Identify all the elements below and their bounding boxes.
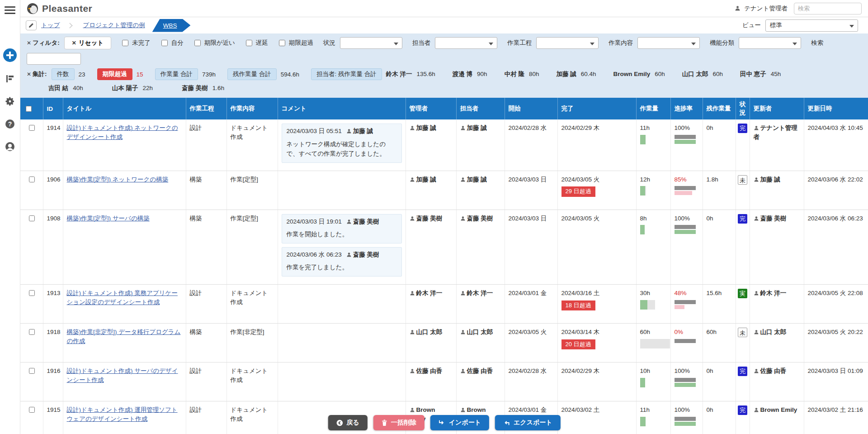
col-finish[interactable]: 完了 (557, 98, 636, 119)
breadcrumb-link-project[interactable]: プロジェクト管理の例 (83, 21, 145, 29)
checkbox[interactable] (194, 40, 201, 46)
col-manager[interactable]: 管理者 (406, 98, 456, 119)
owner-total: 斎藤 美樹1.6h (182, 84, 224, 92)
edit-pencil-icon[interactable] (26, 20, 37, 30)
owner-total: 中村 隆80h (505, 71, 539, 77)
row-checkbox[interactable] (29, 368, 35, 374)
row-work: 11h (636, 401, 670, 434)
export-button[interactable]: エクスポート (495, 415, 561, 430)
filter-checkbox-own[interactable]: 自分 (160, 38, 184, 48)
checkbox[interactable] (161, 40, 168, 46)
filter-process-select[interactable] (536, 37, 599, 49)
row-title-link[interactable]: 構築)作業[定型]) サーバの構築 (67, 215, 150, 222)
checkbox[interactable] (279, 40, 285, 46)
row-checkbox[interactable] (29, 290, 35, 296)
filter-checkbox-incomplete[interactable]: 未完了 (120, 38, 151, 48)
row-checkbox[interactable] (29, 329, 35, 335)
breadcrumb-current-wbs[interactable]: WBS (152, 19, 191, 32)
row-progress: 100% (670, 210, 703, 284)
col-remaining[interactable]: 残作業量 (703, 98, 736, 119)
owner-total: 渡邉 博90h (453, 71, 487, 77)
row-title-link[interactable]: 設計)ドキュメント作成) ネットワークのデザインシート作成 (67, 124, 178, 140)
col-title[interactable]: タイトル (63, 98, 186, 119)
global-search-input[interactable] (794, 3, 862, 14)
by-owner-chip: 担当者: 残作業量 合計 (311, 68, 382, 80)
row-title-link[interactable]: 設計)ドキュメント作成) サーバのデザインシート作成 (67, 367, 178, 383)
filter-process-label: 作業工程 (507, 39, 532, 47)
row-finish-date: 2024/03/05 火29 日超過 (557, 171, 636, 210)
help-icon[interactable]: ? (4, 118, 16, 130)
clear-aggregate-icon[interactable]: ✕ (27, 71, 31, 77)
filter-checkbox-delay[interactable]: 遅延 (244, 38, 268, 48)
filter-owner-select[interactable] (435, 37, 497, 49)
col-status[interactable]: 状況 (736, 98, 750, 119)
select-all-checkbox[interactable] (26, 106, 32, 112)
col-updater[interactable]: 更新者 (750, 98, 804, 119)
row-start-date: 2024/03/01 金 (505, 285, 557, 324)
account-icon[interactable] (4, 141, 16, 153)
back-button[interactable]: 戻る (328, 415, 367, 430)
row-updated: 2024/03/06 水 06:23 (804, 210, 868, 284)
row-checkbox[interactable] (29, 215, 35, 221)
owner-total: Brown Emily60h (613, 71, 665, 77)
row-title-link[interactable]: 構築)作業[非定型]) データ移行プログラムの作成 (67, 329, 181, 344)
chevron-right-icon (67, 23, 73, 29)
user-icon (410, 291, 415, 296)
comment-user: 斎藤 美樹 (353, 218, 379, 225)
new-item-icon[interactable] (3, 48, 17, 62)
filter-worktype-select[interactable] (637, 37, 700, 49)
row-manager: 斎藤 美樹 (406, 210, 456, 284)
col-worktype[interactable]: 作業内容 (226, 98, 278, 119)
checkbox[interactable] (246, 40, 252, 46)
row-work: 10h (636, 362, 670, 401)
user-icon (460, 216, 466, 221)
row-checkbox[interactable] (29, 407, 35, 413)
index-chart-icon[interactable] (4, 73, 16, 85)
filter-checkbox-near-deadline[interactable]: 期限が近い (193, 38, 235, 48)
user-icon (754, 125, 759, 131)
checkbox[interactable] (122, 40, 128, 46)
app-logo[interactable]: Pleasanter (27, 3, 92, 14)
chevron-down-icon (590, 43, 594, 45)
col-start[interactable]: 開始 (505, 98, 557, 119)
bulk-delete-button[interactable]: 一括削除 (373, 415, 425, 430)
progress-bar-value (675, 230, 696, 234)
filter-status-select[interactable] (340, 37, 402, 49)
col-work[interactable]: 作業量 (636, 98, 670, 119)
row-select-cell (20, 171, 43, 210)
row-worktype: ドキュメント作成 (226, 401, 278, 434)
view-select[interactable]: 標準 (765, 19, 858, 32)
user-icon (410, 125, 415, 131)
row-checkbox[interactable] (29, 176, 35, 182)
user-icon (460, 291, 466, 296)
col-id[interactable]: ID (43, 98, 63, 119)
progress-bar (675, 225, 696, 234)
col-owner[interactable]: 担当者 (456, 98, 505, 119)
import-button[interactable]: インポート (430, 415, 489, 430)
filter-reset-button[interactable]: ✕リセット (64, 37, 111, 49)
user-icon (410, 177, 415, 182)
col-process[interactable]: 作業工程 (186, 98, 226, 119)
menu-icon[interactable] (5, 5, 15, 16)
row-select-cell (20, 210, 43, 284)
row-title-link[interactable]: 設計)ドキュメント作成) 運用管理ソフトウェアのデザインシート作成 (67, 406, 178, 422)
filter-category-select[interactable] (739, 37, 801, 49)
col-comment[interactable]: コメント (278, 98, 406, 119)
status-badge: 未 (738, 175, 747, 185)
breadcrumb-link-top[interactable]: トップ (41, 21, 60, 29)
row-worktype: 作業[非定型] (226, 324, 278, 362)
current-user[interactable]: テナント管理者 (735, 5, 788, 13)
row-checkbox[interactable] (29, 125, 35, 131)
filter-search-input[interactable] (27, 53, 81, 65)
row-updated: 2024/03/05 火 20:22 (804, 324, 868, 362)
clear-filter-icon[interactable]: ✕ (27, 40, 31, 46)
filter-checkbox-overdue[interactable]: 期限超過 (277, 38, 313, 48)
row-title-link[interactable]: 構築)作業[定型]) ネットワークの構築 (67, 176, 169, 183)
comment-box: 2024/03/03 日 05:51加藤 誠 ネットワーク構成が確定しましたので… (282, 124, 402, 163)
row-finish-date: 2024/02/29 木 (557, 362, 636, 401)
breadcrumb: トップ プロジェクト管理の例 WBS ビュー 標準 (20, 17, 868, 33)
col-progress[interactable]: 進捗率 (670, 98, 703, 119)
settings-gear-icon[interactable] (4, 95, 16, 107)
row-title-link[interactable]: 設計)ドキュメント作成) 業務アプリケーション設定のデザインシート作成 (67, 290, 178, 305)
col-updated[interactable]: 更新日時 (804, 98, 868, 119)
